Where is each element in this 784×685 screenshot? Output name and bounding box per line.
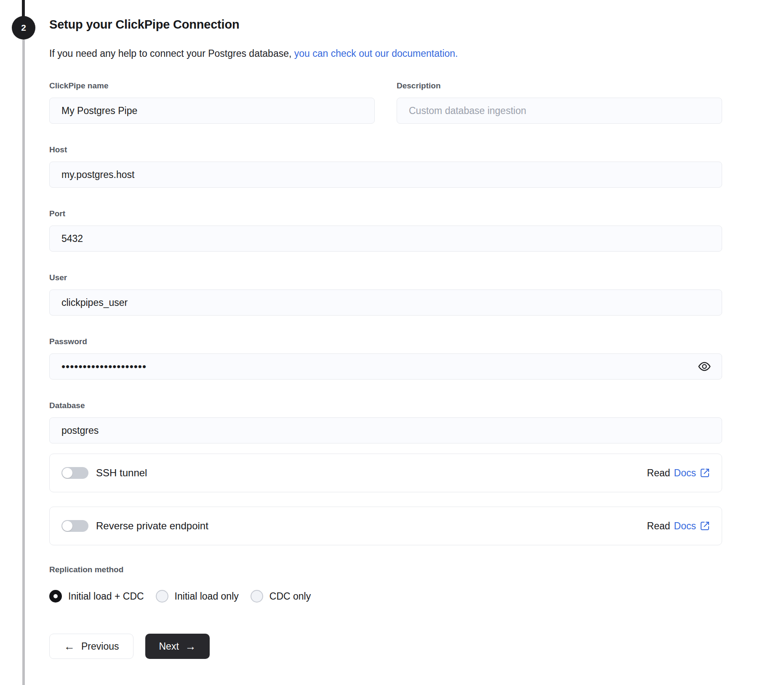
read-text: Read xyxy=(647,520,670,532)
help-text: If you need any help to connect your Pos… xyxy=(49,47,722,60)
reverse-private-endpoint-section: Reverse private endpoint Read Docs xyxy=(49,507,722,545)
clickpipe-name-label: ClickPipe name xyxy=(49,81,375,91)
connection-form: ClickPipe name Description Host Port Use… xyxy=(49,81,722,659)
external-link-icon xyxy=(700,468,710,478)
rpe-docs-link[interactable]: Docs xyxy=(674,520,696,532)
radio-option-initial-load-only[interactable]: Initial load only xyxy=(156,590,239,603)
field-description: Description xyxy=(397,81,722,124)
ssh-tunnel-section: SSH tunnel Read Docs xyxy=(49,454,722,492)
field-database: Database xyxy=(49,401,722,443)
documentation-link[interactable]: you can check out our documentation. xyxy=(294,48,458,59)
arrow-right-icon: → xyxy=(185,641,196,652)
password-input[interactable] xyxy=(49,353,722,380)
external-link-icon xyxy=(700,521,710,531)
read-text: Read xyxy=(647,467,670,479)
ssh-tunnel-label: SSH tunnel xyxy=(96,467,147,479)
host-input[interactable] xyxy=(49,162,722,188)
help-text-plain: If you need any help to connect your Pos… xyxy=(49,48,294,59)
toggle-knob xyxy=(62,468,72,478)
database-label: Database xyxy=(49,401,722,411)
clickpipe-name-input[interactable] xyxy=(49,98,375,124)
radio-label: Initial load + CDC xyxy=(68,591,144,602)
database-input[interactable] xyxy=(49,417,722,443)
description-input[interactable] xyxy=(397,98,722,124)
rpe-read-docs: Read Docs xyxy=(647,520,710,532)
ssh-tunnel-toggle[interactable] xyxy=(61,467,88,479)
password-label: Password xyxy=(49,337,722,347)
replication-method-group: Initial load + CDC Initial load only CDC… xyxy=(49,590,722,603)
user-label: User xyxy=(49,273,722,283)
ssh-docs-link[interactable]: Docs xyxy=(674,467,696,479)
next-button-label: Next xyxy=(159,641,179,652)
radio-icon xyxy=(156,590,168,603)
previous-button[interactable]: ← Previous xyxy=(49,634,133,659)
radio-icon xyxy=(49,590,62,603)
step-number: 2 xyxy=(21,23,26,33)
radio-option-initial-load-cdc[interactable]: Initial load + CDC xyxy=(49,590,144,603)
port-label: Port xyxy=(49,209,722,219)
field-host: Host xyxy=(49,145,722,188)
user-input[interactable] xyxy=(49,289,722,316)
stepper-line-active xyxy=(22,0,25,18)
eye-icon xyxy=(698,360,711,373)
description-label: Description xyxy=(397,81,722,91)
page-title: Setup your ClickPipe Connection xyxy=(49,17,722,32)
radio-icon xyxy=(251,590,263,603)
arrow-left-icon: ← xyxy=(64,641,75,652)
toggle-knob xyxy=(62,521,72,531)
stepper-line-upcoming xyxy=(22,40,25,685)
radio-option-cdc-only[interactable]: CDC only xyxy=(251,590,311,603)
next-button[interactable]: Next → xyxy=(145,634,209,659)
step-indicator: 2 xyxy=(12,16,35,40)
password-visibility-toggle[interactable] xyxy=(696,358,713,375)
field-user: User xyxy=(49,273,722,316)
field-password: Password xyxy=(49,337,722,380)
port-input[interactable] xyxy=(49,226,722,252)
reverse-private-endpoint-label: Reverse private endpoint xyxy=(96,520,208,532)
field-port: Port xyxy=(49,209,722,252)
radio-label: Initial load only xyxy=(175,591,239,602)
clickpipe-connection-panel: Setup your ClickPipe Connection If you n… xyxy=(49,17,722,659)
field-clickpipe-name: ClickPipe name xyxy=(49,81,375,124)
host-label: Host xyxy=(49,145,722,155)
replication-method-label: Replication method xyxy=(49,565,722,575)
previous-button-label: Previous xyxy=(81,641,119,652)
ssh-read-docs: Read Docs xyxy=(647,467,710,479)
reverse-private-endpoint-toggle[interactable] xyxy=(61,520,88,532)
form-actions: ← Previous Next → xyxy=(49,634,722,659)
radio-label: CDC only xyxy=(269,591,311,602)
